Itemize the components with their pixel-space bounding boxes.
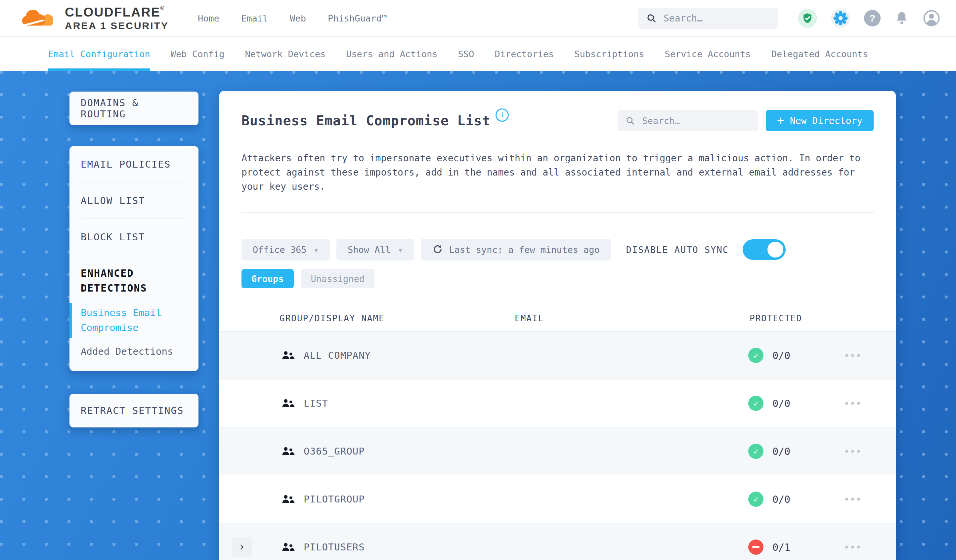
chevron-down-icon	[314, 245, 319, 255]
list-search-input[interactable]	[642, 115, 750, 126]
column-header-email: EMAIL	[515, 314, 544, 323]
registered-mark: ®	[160, 5, 165, 11]
directory-filter-dropdown[interactable]: Office 365	[242, 239, 330, 260]
new-directory-button[interactable]: New Directory	[766, 110, 874, 131]
shield-check-icon	[802, 13, 813, 24]
top-nav-home[interactable]: Home	[198, 13, 219, 24]
table-row[interactable]: PILOTUSERS 0/1	[219, 523, 896, 560]
groups-table: GROUP/DISPLAY NAME EMAIL PROTECTED ALL C…	[219, 288, 896, 560]
row-menu-button[interactable]	[845, 546, 860, 549]
section-tabbar: Email Configuration Web Config Network D…	[0, 37, 956, 71]
toggle-knob	[767, 242, 783, 257]
sidebar-item-block-list[interactable]: BLOCK LIST	[81, 219, 187, 255]
search-icon	[646, 13, 656, 23]
tabbar-item[interactable]: Directories	[495, 37, 554, 71]
column-header-group-display-name: GROUP/DISPLAY NAME	[280, 314, 385, 323]
sidebar-item-added-detections[interactable]: Added Detections	[81, 346, 187, 357]
brand-logo[interactable]: CLOUDFLARE® AREA 1 SECURITY	[0, 6, 169, 31]
help-icon[interactable]: ?	[864, 10, 881, 27]
column-header-protected: PROTECTED	[750, 314, 802, 323]
view-tab-unassigned[interactable]: Unassigned	[301, 269, 375, 288]
top-nav-email[interactable]: Email	[241, 13, 268, 24]
group-name: ALL COMPANY	[303, 350, 371, 361]
brand-subname: AREA 1 SECURITY	[65, 20, 169, 31]
protected-count: 0/0	[772, 494, 790, 505]
cloudflare-cloud-icon	[19, 6, 58, 30]
settings-button[interactable]	[831, 9, 850, 28]
row-menu-button[interactable]	[845, 450, 860, 453]
refresh-icon	[432, 244, 443, 255]
table-row[interactable]: LIST 0/0	[219, 379, 896, 427]
top-nav-web[interactable]: Web	[290, 13, 306, 24]
group-icon	[281, 542, 295, 552]
expand-chevron-icon[interactable]	[231, 537, 252, 557]
table-row[interactable]: PILOTGROUP 0/0	[219, 475, 896, 523]
tabbar-item[interactable]: Service Accounts	[665, 37, 751, 71]
gear-icon	[833, 11, 848, 25]
page-title: Business Email Compromise List	[242, 113, 490, 128]
protected-count: 0/1	[772, 541, 790, 553]
list-search[interactable]	[618, 110, 758, 131]
sidebar-item-business-email-compromise[interactable]: Business Email Compromise	[81, 306, 173, 335]
table-header: GROUP/DISPLAY NAME EMAIL PROTECTED	[219, 288, 896, 331]
group-icon	[281, 494, 295, 505]
tabbar-item[interactable]: Network Devices	[245, 37, 325, 71]
top-nav-phishguard[interactable]: PhishGuard™	[328, 13, 387, 24]
chevron-down-icon	[398, 245, 403, 255]
auto-sync-label: DISABLE AUTO SYNC	[626, 245, 729, 255]
global-search[interactable]	[638, 8, 778, 29]
top-header: CLOUDFLARE® AREA 1 SECURITY Home Email W…	[0, 0, 956, 37]
page-background: DOMAINS & ROUTING EMAIL POLICIES ALLOW L…	[0, 71, 956, 560]
group-name: O365_GROUP	[303, 445, 365, 457]
tabbar-item[interactable]: Users and Actions	[346, 37, 437, 71]
row-menu-button[interactable]	[845, 402, 860, 405]
info-icon[interactable]	[495, 108, 509, 122]
sidebar-item-email-policies[interactable]: EMAIL POLICIES	[81, 146, 187, 182]
top-nav: Home Email Web PhishGuard™	[198, 13, 387, 24]
view-tab-groups[interactable]: Groups	[242, 269, 294, 288]
protected-count: 0/0	[772, 398, 790, 409]
tabbar-item[interactable]: Subscriptions	[574, 37, 644, 71]
user-avatar-icon[interactable]	[923, 9, 940, 27]
sidebar-item-allow-list[interactable]: ALLOW LIST	[81, 182, 187, 219]
divider	[242, 212, 874, 213]
group-icon	[281, 446, 295, 456]
tabbar-item[interactable]: SSO	[458, 37, 474, 71]
global-search-input[interactable]	[663, 13, 769, 24]
table-row[interactable]: ALL COMPANY 0/0	[219, 331, 896, 379]
protected-count: 0/0	[772, 350, 790, 361]
sidebar-group-enhanced-detections[interactable]: ENHANCED DETECTIONS	[81, 266, 177, 295]
plus-icon	[777, 115, 784, 127]
tabbar-item[interactable]: Email Configuration	[48, 37, 150, 71]
sidebar: DOMAINS & ROUTING EMAIL POLICIES ALLOW L…	[69, 92, 198, 427]
protected-status-icon	[748, 492, 764, 507]
group-icon	[281, 398, 295, 409]
tabbar-item[interactable]: Web Config	[171, 37, 225, 71]
sidebar-item-retract-settings[interactable]: RETRACT SETTINGS	[69, 394, 198, 427]
auto-sync-toggle[interactable]	[743, 239, 786, 260]
search-icon	[626, 116, 635, 125]
group-name: LIST	[303, 398, 328, 409]
bell-icon[interactable]	[895, 10, 909, 26]
page-description: Attackers often try to impersonate execu…	[242, 151, 870, 194]
sidebar-item-domains-routing[interactable]: DOMAINS & ROUTING	[69, 92, 198, 125]
row-menu-button[interactable]	[845, 354, 860, 357]
table-row[interactable]: O365_GROUP 0/0	[219, 427, 896, 475]
protected-status-icon	[748, 540, 764, 555]
main-panel: Business Email Compromise List New Direc…	[219, 91, 896, 560]
tabbar-item[interactable]: Delegated Accounts	[771, 37, 868, 71]
group-name: PILOTUSERS	[303, 541, 365, 553]
security-status-button[interactable]	[798, 9, 817, 28]
row-menu-button[interactable]	[845, 498, 860, 501]
brand-name: CLOUDFLARE®	[65, 6, 169, 19]
protected-status-icon	[748, 396, 764, 411]
group-icon	[281, 350, 295, 361]
group-name: PILOTGROUP	[303, 494, 365, 505]
protected-count: 0/0	[772, 445, 790, 457]
protected-status-icon	[748, 444, 764, 459]
last-sync-button[interactable]: Last sync: a few minutes ago	[421, 239, 611, 260]
show-filter-dropdown[interactable]: Show All	[336, 239, 414, 260]
protected-status-icon	[748, 348, 764, 363]
